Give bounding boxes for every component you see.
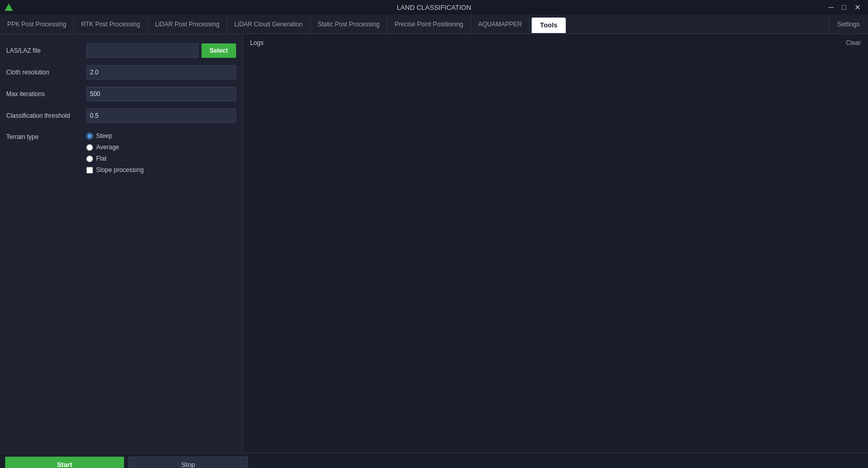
slope-processing-checkbox[interactable]: [86, 167, 93, 174]
right-panel: Logs Clear: [243, 34, 868, 453]
logs-title: Logs: [250, 39, 264, 46]
terrain-steep[interactable]: Steep: [86, 132, 144, 139]
left-panel: LAS/LAZ file Select Cloth resolution Max…: [0, 34, 243, 453]
slope-processing[interactable]: Slope processing: [86, 166, 144, 174]
window-title: LAND CLASSIFICATION: [397, 4, 471, 11]
settings-button[interactable]: Settings: [829, 14, 868, 34]
max-iter-label: Max iterations: [6, 90, 86, 98]
app-icon: [4, 3, 13, 12]
tab-static[interactable]: Static Post Processing: [311, 14, 388, 34]
stop-button[interactable]: Stop: [128, 457, 248, 469]
las-row: LAS/LAZ file Select: [6, 42, 236, 59]
terrain-flat[interactable]: Flat: [86, 155, 144, 162]
max-iterations-row: Max iterations: [6, 86, 236, 102]
tab-rtk[interactable]: RTK Post Processing: [74, 14, 148, 34]
cloth-resolution-row: Cloth resolution: [6, 64, 236, 81]
start-button[interactable]: Start: [5, 457, 124, 469]
cloth-label: Cloth resolution: [6, 69, 86, 76]
class-threshold-row: Classification threshold: [6, 107, 236, 124]
action-bar-left: Start Stop: [5, 457, 248, 469]
las-label: LAS/LAZ file: [6, 47, 86, 54]
tab-lidarcloud[interactable]: LiDAR Cloud Generation: [227, 14, 311, 34]
tab-aqua[interactable]: AQUAMAPPER: [471, 14, 530, 34]
svg-marker-0: [5, 4, 13, 11]
terrain-flat-label: Flat: [96, 155, 106, 162]
logs-area: [250, 51, 861, 447]
title-bar: LAND CLASSIFICATION ─ □ ✕: [0, 0, 868, 14]
title-bar-left: [4, 3, 13, 12]
terrain-label: Terrain type: [6, 132, 86, 174]
terrain-average[interactable]: Average: [86, 144, 144, 151]
terrain-average-radio[interactable]: [86, 144, 93, 151]
terrain-average-label: Average: [96, 144, 119, 151]
logs-header: Logs Clear: [250, 39, 861, 46]
class-thresh-label: Classification threshold: [6, 112, 86, 119]
tab-bar: PPK Post Processing RTK Post Processing …: [0, 14, 868, 34]
terrain-section: Terrain type Steep Average Flat Slope pr…: [6, 132, 236, 174]
tab-precise[interactable]: Precise Point Positioning: [388, 14, 471, 34]
tab-tools[interactable]: Tools: [532, 18, 566, 33]
las-input[interactable]: [86, 43, 198, 58]
close-button[interactable]: ✕: [851, 3, 864, 12]
select-button[interactable]: Select: [202, 43, 236, 58]
max-iterations-input[interactable]: [86, 87, 236, 101]
las-input-area: Select: [86, 43, 236, 58]
action-bar: Start Stop: [0, 453, 868, 468]
class-threshold-input[interactable]: [86, 108, 236, 123]
terrain-steep-label: Steep: [96, 132, 112, 139]
tab-ppk[interactable]: PPK Post Processing: [0, 14, 74, 34]
maximize-button[interactable]: □: [839, 3, 849, 12]
clear-button[interactable]: Clear: [846, 39, 861, 46]
window-controls: ─ □ ✕: [826, 3, 864, 12]
terrain-options: Steep Average Flat Slope processing: [86, 132, 144, 174]
slope-processing-label: Slope processing: [96, 166, 144, 174]
cloth-resolution-input[interactable]: [86, 65, 236, 80]
terrain-flat-radio[interactable]: [86, 155, 93, 162]
minimize-button[interactable]: ─: [826, 3, 837, 12]
main-layout: LAS/LAZ file Select Cloth resolution Max…: [0, 34, 868, 453]
tab-lidar[interactable]: LiDAR Post Processing: [148, 14, 227, 34]
terrain-steep-radio[interactable]: [86, 133, 93, 139]
